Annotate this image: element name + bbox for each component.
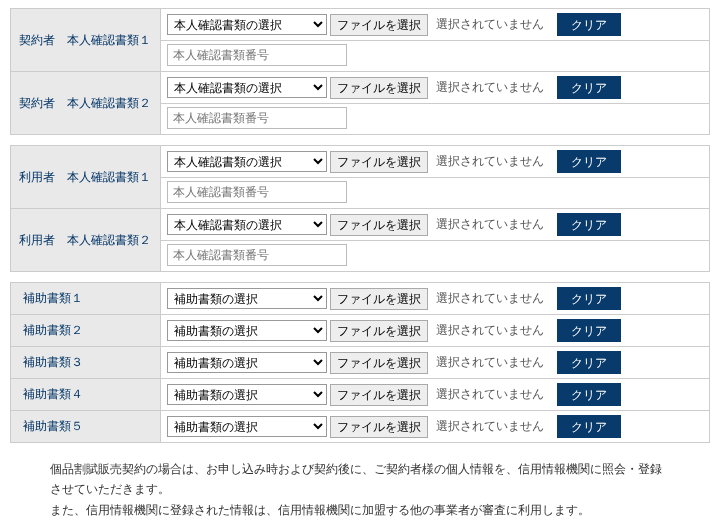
doc-type-select[interactable]: 補助書類の選択 <box>167 288 327 309</box>
file-status-text: 選択されていません <box>436 79 544 96</box>
controls: 補助書類の選択 ファイルを選択 選択されていません クリア <box>161 347 710 379</box>
row-label: 補助書類４ <box>11 379 161 411</box>
controls-2 <box>161 241 710 272</box>
file-status-text: 選択されていません <box>436 354 544 371</box>
file-status-text: 選択されていません <box>436 153 544 170</box>
doc-type-select[interactable]: 補助書類の選択 <box>167 416 327 437</box>
controls: 本人確認書類の選択 ファイルを選択 選択されていません クリア <box>161 9 710 41</box>
clear-button[interactable]: クリア <box>557 150 621 173</box>
clear-button[interactable]: クリア <box>557 351 621 374</box>
notice-line-2: また、信用情報機関に登録された情報は、信用情報機関に加盟する他の事業者が審査に利… <box>50 503 590 517</box>
row-label: 補助書類５ <box>11 411 161 443</box>
doc-type-select[interactable]: 本人確認書類の選択 <box>167 77 327 98</box>
controls-2 <box>161 104 710 135</box>
doc-number-input[interactable] <box>167 44 347 66</box>
row-label: 補助書類１ <box>11 283 161 315</box>
doc-type-select[interactable]: 補助書類の選択 <box>167 384 327 405</box>
doc-number-input[interactable] <box>167 107 347 129</box>
controls: 本人確認書類の選択 ファイルを選択 選択されていません クリア <box>161 146 710 178</box>
controls-2 <box>161 178 710 209</box>
doc-type-select[interactable]: 本人確認書類の選択 <box>167 14 327 35</box>
doc-number-input[interactable] <box>167 244 347 266</box>
file-status-text: 選択されていません <box>436 322 544 339</box>
clear-button[interactable]: クリア <box>557 287 621 310</box>
controls: 補助書類の選択 ファイルを選択 選択されていません クリア <box>161 315 710 347</box>
doc-type-select[interactable]: 本人確認書類の選択 <box>167 151 327 172</box>
contractor-docs-block: 契約者 本人確認書類１ 本人確認書類の選択 ファイルを選択 選択されていません … <box>10 8 710 135</box>
file-select-button[interactable]: ファイルを選択 <box>330 384 428 406</box>
file-select-button[interactable]: ファイルを選択 <box>330 151 428 173</box>
controls: 本人確認書類の選択 ファイルを選択 選択されていません クリア <box>161 72 710 104</box>
clear-button[interactable]: クリア <box>557 213 621 236</box>
file-status-text: 選択されていません <box>436 386 544 403</box>
clear-button[interactable]: クリア <box>557 319 621 342</box>
row-label: 補助書類２ <box>11 315 161 347</box>
doc-type-select[interactable]: 補助書類の選択 <box>167 352 327 373</box>
clear-button[interactable]: クリア <box>557 76 621 99</box>
file-select-button[interactable]: ファイルを選択 <box>330 320 428 342</box>
row-label: 利用者 本人確認書類２ <box>11 209 161 272</box>
doc-type-select[interactable]: 補助書類の選択 <box>167 320 327 341</box>
file-select-button[interactable]: ファイルを選択 <box>330 416 428 438</box>
file-status-text: 選択されていません <box>436 16 544 33</box>
doc-type-select[interactable]: 本人確認書類の選択 <box>167 214 327 235</box>
controls: 補助書類の選択 ファイルを選択 選択されていません クリア <box>161 283 710 315</box>
file-status-text: 選択されていません <box>436 290 544 307</box>
notice-line-1: 個品割賦販売契約の場合は、お申し込み時および契約後に、ご契約者様の個人情報を、信… <box>50 462 662 496</box>
file-select-button[interactable]: ファイルを選択 <box>330 14 428 36</box>
clear-button[interactable]: クリア <box>557 13 621 36</box>
supplementary-docs-block: 補助書類１ 補助書類の選択 ファイルを選択 選択されていません クリア 補助書類… <box>10 282 710 443</box>
file-select-button[interactable]: ファイルを選択 <box>330 214 428 236</box>
row-label: 補助書類３ <box>11 347 161 379</box>
file-select-button[interactable]: ファイルを選択 <box>330 288 428 310</box>
file-status-text: 選択されていません <box>436 418 544 435</box>
row-label: 契約者 本人確認書類１ <box>11 9 161 72</box>
clear-button[interactable]: クリア <box>557 415 621 438</box>
row-label: 契約者 本人確認書類２ <box>11 72 161 135</box>
controls: 補助書類の選択 ファイルを選択 選択されていません クリア <box>161 411 710 443</box>
file-select-button[interactable]: ファイルを選択 <box>330 77 428 99</box>
file-select-button[interactable]: ファイルを選択 <box>330 352 428 374</box>
row-label: 利用者 本人確認書類１ <box>11 146 161 209</box>
clear-button[interactable]: クリア <box>557 383 621 406</box>
controls-2 <box>161 41 710 72</box>
user-docs-block: 利用者 本人確認書類１ 本人確認書類の選択 ファイルを選択 選択されていません … <box>10 145 710 272</box>
file-status-text: 選択されていません <box>436 216 544 233</box>
controls: 補助書類の選択 ファイルを選択 選択されていません クリア <box>161 379 710 411</box>
doc-number-input[interactable] <box>167 181 347 203</box>
controls: 本人確認書類の選択 ファイルを選択 選択されていません クリア <box>161 209 710 241</box>
notice-text: 個品割賦販売契約の場合は、お申し込み時および契約後に、ご契約者様の個人情報を、信… <box>10 453 710 523</box>
